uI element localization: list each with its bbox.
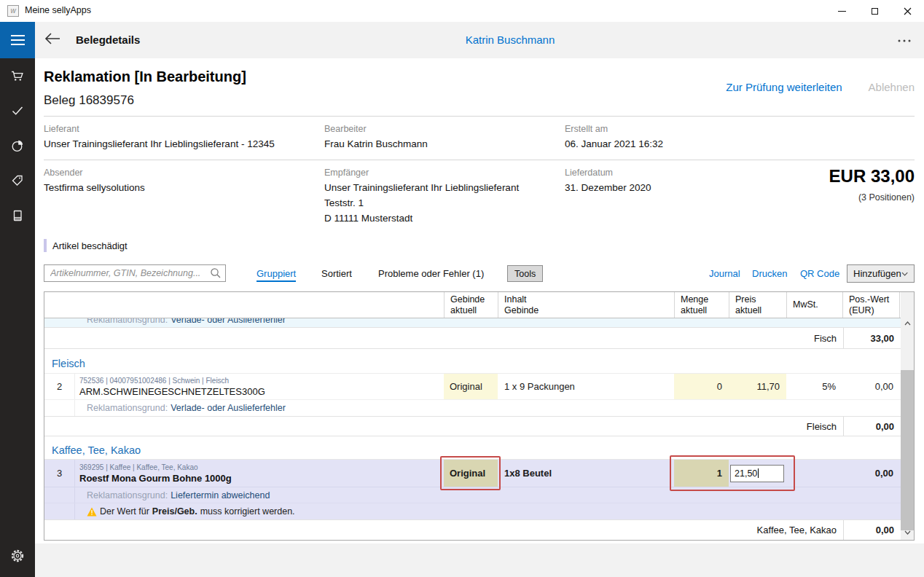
inhalt-gebinde-cell: 1 x 9 Packungen [498, 374, 674, 399]
bearbeiter-value: Frau Katrin Buschmann [324, 138, 428, 149]
more-button[interactable] [895, 35, 914, 47]
empfaenger-line3: D 11111 Musterstadt [324, 213, 412, 224]
page-title: Belegdetails [76, 34, 140, 46]
back-arrow-icon [44, 31, 61, 46]
tag-color-bar [44, 239, 47, 252]
tag-artikel-beschaedigt[interactable]: Artikel beschädigt [52, 240, 128, 251]
back-button[interactable] [44, 31, 63, 49]
minimize-icon [838, 11, 846, 12]
empfaenger-line2: Teststr. 1 [324, 197, 364, 208]
scrollbar-thumb[interactable] [901, 370, 914, 530]
lieferant-label: Lieferant [44, 124, 79, 134]
hinzufuegen-button[interactable]: Hinzufügen [847, 264, 915, 283]
preis-aktuell-cell[interactable]: 11,70 [729, 374, 786, 399]
menge-aktuell-cell[interactable]: 1 [674, 460, 729, 487]
header-gebinde: Gebindeaktuell [444, 292, 498, 318]
journal-link[interactable]: Journal [709, 268, 740, 279]
table-row-3-warning: Der Wert für Preis/Geb. muss korrigiert … [44, 503, 901, 519]
sidebar-item-catalog[interactable] [0, 198, 35, 233]
group-gap [44, 349, 914, 354]
summary-label: Fisch [44, 333, 843, 344]
reklamationsgrund-label: Reklamationsgrund: [87, 490, 168, 501]
summary-value: 0,00 [843, 520, 901, 540]
reklamationsgrund-label: Reklamationsgrund: [87, 318, 168, 323]
close-icon [904, 7, 912, 15]
sidebar-item-statistics[interactable] [0, 128, 35, 163]
hamburger-icon [11, 35, 25, 36]
maximize-button[interactable] [858, 0, 891, 22]
tools-button[interactable]: Tools [507, 265, 543, 282]
divider [44, 116, 915, 117]
tag-icon [10, 173, 25, 188]
filter-probleme[interactable]: Probleme oder Fehler (1) [378, 268, 484, 279]
clipped-row: Reklamationsgrund: Verlade- oder Auslief… [44, 318, 901, 327]
app-header-bar: Belegdetails Katrin Buschmann [0, 22, 924, 58]
group-gap [44, 436, 914, 441]
reklamationsgrund-label: Reklamationsgrund: [87, 403, 168, 413]
preis-aktuell-cell: 21,50 [729, 460, 786, 487]
check-icon [10, 103, 25, 118]
maximize-icon [872, 8, 878, 15]
erstellt-value: 06. Januar 2021 16:32 [565, 138, 663, 149]
table-row-2[interactable]: 2 752536 | 04007951002486 | Schwein | Fl… [44, 374, 901, 400]
book-icon [10, 208, 25, 223]
table-scrollbar[interactable] [901, 292, 914, 540]
scroll-down-button[interactable] [901, 527, 914, 538]
reklamationsgrund-value: Verlade- oder Auslieferfehler [171, 403, 286, 413]
gebinde-aktuell-cell[interactable]: Original [444, 374, 498, 399]
header-inhalt: InhaltGebinde [498, 292, 674, 318]
document-actions: Zur Prüfung weiterleiten Ablehnen [726, 81, 915, 93]
header-menge: Mengeaktuell [674, 292, 729, 318]
app-window: w Meine sellyApps Belegdetails Katrin Bu… [0, 0, 924, 577]
sidebar-item-cart[interactable] [0, 58, 35, 93]
reject-button[interactable]: Ablehnen [869, 81, 915, 93]
preis-aktuell-input[interactable]: 21,50 [730, 465, 784, 482]
search-input[interactable] [44, 264, 226, 282]
current-user-button[interactable]: Katrin Buschmann [466, 34, 555, 46]
window-title: Meine sellyApps [25, 5, 91, 15]
pie-chart-icon [10, 138, 25, 153]
qr-code-link[interactable]: QR Code [800, 268, 839, 279]
divider [44, 160, 915, 160]
menge-aktuell-cell[interactable]: 0 [674, 374, 729, 399]
header-pos-wert: Pos.-Wert(EUR) [842, 292, 900, 318]
empfaenger-label: Empfänger [324, 168, 369, 178]
filter-gruppiert[interactable]: Gruppiert [257, 268, 296, 282]
absender-value: Testfirma sellysolutions [44, 182, 145, 193]
settings-button[interactable] [0, 541, 35, 570]
nav-sidebar [0, 58, 35, 577]
article-meta: 369295 | Kaffee | Kaffee, Tee, Kakao [79, 463, 232, 471]
minimize-button[interactable] [826, 0, 858, 22]
absender-label: Absender [44, 168, 83, 178]
position-number: 3 [44, 460, 75, 487]
menu-button[interactable] [0, 22, 35, 58]
summary-label: Kaffee, Tee, Kakao [44, 525, 843, 535]
table-row-3-reklamationsgrund: Reklamationsgrund: Liefertermin abweiche… [44, 487, 901, 503]
document-number: Beleg 16839576 [44, 93, 134, 108]
warning-text-field: Preis/Geb. [152, 506, 197, 517]
pos-wert-cell: 0,00 [842, 460, 900, 487]
bearbeiter-label: Bearbeiter [324, 124, 367, 134]
article-name: Roestf Mona Gourm Bohne 1000g [79, 474, 232, 484]
footer-strip [35, 543, 924, 577]
drucken-link[interactable]: Drucken [752, 268, 787, 279]
sidebar-item-tasks[interactable] [0, 93, 35, 128]
chevron-up-icon [904, 321, 911, 326]
reklamationsgrund-value: Verlade- oder Auslieferfehler [171, 318, 286, 323]
document-status-title: Reklamation [In Bearbeitung] [44, 68, 246, 85]
close-button[interactable] [891, 0, 924, 22]
warning-icon [87, 507, 97, 517]
group-header-fleisch: Fleisch [44, 354, 901, 374]
group-summary-fisch: Fisch 33,00 [44, 327, 901, 349]
group-summary-kaffee: Kaffee, Tee, Kakao 0,00 [44, 519, 901, 540]
article-meta: 752536 | 04007951002486 | Schwein | Flei… [79, 377, 265, 385]
scroll-up-button[interactable] [901, 318, 914, 329]
positions-table: Gebindeaktuell InhaltGebinde Mengeaktuel… [44, 291, 915, 541]
filter-sortiert[interactable]: Sortiert [321, 268, 352, 279]
summary-label: Fleisch [44, 421, 843, 432]
gebinde-aktuell-cell[interactable]: Original [444, 460, 498, 487]
sidebar-item-offers[interactable] [0, 163, 35, 198]
forward-for-review-button[interactable]: Zur Prüfung weiterleiten [726, 81, 842, 93]
group-summary-fleisch: Fleisch 0,00 [44, 416, 901, 436]
table-row-3-selected[interactable]: 3 369295 | Kaffee | Kaffee, Tee, Kakao R… [44, 460, 901, 487]
